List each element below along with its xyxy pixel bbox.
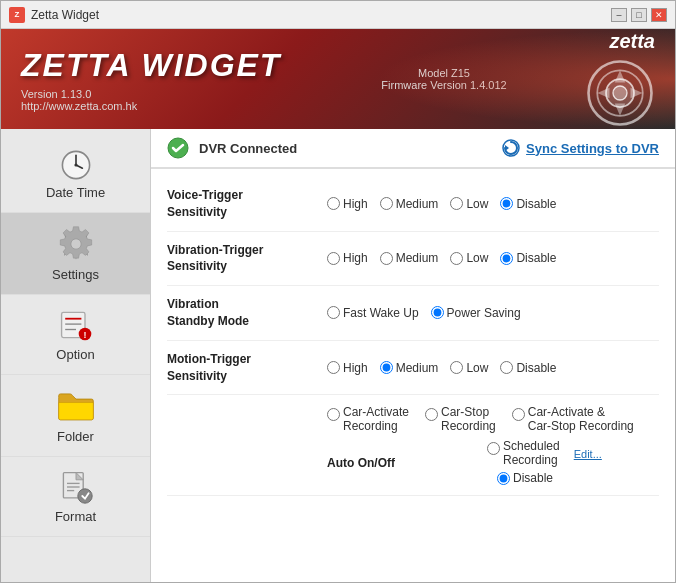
motion-medium-label: Medium — [396, 361, 439, 375]
format-icon — [58, 469, 94, 505]
auto-onoff-section: Car-ActivateRecording Car-StopRecording … — [167, 395, 659, 496]
car-activate-stop-option[interactable]: Car-Activate &Car-Stop Recording — [512, 405, 634, 433]
fast-wake-radio[interactable] — [327, 306, 340, 319]
auto-onoff-top-options: Car-ActivateRecording Car-StopRecording … — [327, 405, 634, 433]
auto-disable-option[interactable]: Disable — [497, 471, 553, 485]
voice-low-label: Low — [466, 197, 488, 211]
banner-left: ZETTA WIDGET Version 1.13.0 http://www.z… — [21, 47, 303, 112]
banner-model: Model Z15 Firmware Version 1.4.012 — [303, 67, 585, 91]
car-stop-option[interactable]: Car-StopRecording — [425, 405, 496, 433]
voice-disable-label: Disable — [516, 197, 556, 211]
vibration-standby-row: VibrationStandby Mode Fast Wake Up Power… — [167, 286, 659, 341]
motion-disable-option[interactable]: Disable — [500, 361, 556, 375]
close-button[interactable]: ✕ — [651, 8, 667, 22]
voice-trigger-row: Voice-TriggerSensitivity High Medium Low… — [167, 177, 659, 232]
auto-onoff-top-row: Car-ActivateRecording Car-StopRecording … — [167, 405, 659, 439]
vib-medium-radio[interactable] — [380, 252, 393, 265]
svg-point-21 — [77, 489, 91, 503]
sidebar-item-option[interactable]: ! Option — [1, 295, 150, 375]
vib-high-radio[interactable] — [327, 252, 340, 265]
sync-button[interactable]: Sync Settings to DVR — [501, 138, 659, 158]
vib-disable-option[interactable]: Disable — [500, 251, 556, 265]
motion-disable-radio[interactable] — [500, 361, 513, 374]
svg-point-7 — [74, 163, 77, 166]
main-window: Z Zetta Widget – □ ✕ ZETTA WIDGET Versio… — [0, 0, 676, 583]
motion-low-option[interactable]: Low — [450, 361, 488, 375]
vibration-trigger-label: Vibration-TriggerSensitivity — [167, 242, 327, 276]
voice-high-option[interactable]: High — [327, 197, 368, 211]
sync-icon — [501, 138, 521, 158]
folder-icon — [57, 387, 95, 425]
url-text: http://www.zetta.com.hk — [21, 100, 303, 112]
fast-wake-option[interactable]: Fast Wake Up — [327, 306, 419, 320]
gear-icon — [57, 225, 95, 263]
car-activate-label: Car-ActivateRecording — [343, 405, 409, 433]
vib-medium-label: Medium — [396, 251, 439, 265]
sidebar-item-settings[interactable]: Settings — [1, 213, 150, 295]
vib-low-option[interactable]: Low — [450, 251, 488, 265]
motion-medium-option[interactable]: Medium — [380, 361, 439, 375]
motion-low-radio[interactable] — [450, 361, 463, 374]
motion-disable-label: Disable — [516, 361, 556, 375]
version-text: Version 1.13.0 — [21, 88, 303, 100]
window-controls: – □ ✕ — [611, 8, 667, 22]
edit-link[interactable]: Edit... — [574, 448, 602, 460]
power-saving-radio[interactable] — [431, 306, 444, 319]
car-stop-radio[interactable] — [425, 408, 438, 421]
minimize-button[interactable]: – — [611, 8, 627, 22]
auto-onoff-bottom-options: ScheduledRecording Edit... Disable — [487, 439, 659, 485]
svg-point-10 — [70, 239, 80, 249]
vibration-standby-options: Fast Wake Up Power Saving — [327, 306, 521, 320]
motion-high-radio[interactable] — [327, 361, 340, 374]
content-panel: DVR Connected Sync Settings to DVR Voice… — [151, 129, 675, 582]
sidebar-item-folder-label: Folder — [57, 429, 94, 444]
car-activate-option[interactable]: Car-ActivateRecording — [327, 405, 409, 433]
scheduled-recording-radio[interactable] — [487, 442, 500, 455]
window-title: Zetta Widget — [31, 8, 611, 22]
vib-high-option[interactable]: High — [327, 251, 368, 265]
motion-high-label: High — [343, 361, 368, 375]
vibration-trigger-options: High Medium Low Disable — [327, 251, 556, 265]
sidebar-item-datetime[interactable]: Date Time — [1, 137, 150, 213]
sidebar-item-format[interactable]: Format — [1, 457, 150, 537]
maximize-button[interactable]: □ — [631, 8, 647, 22]
auto-onoff-bottom-row: Auto On/Off ScheduledRecording Edit... D… — [167, 439, 659, 485]
vib-low-radio[interactable] — [450, 252, 463, 265]
camera-logo-icon — [585, 58, 655, 128]
auto-disable-radio[interactable] — [497, 472, 510, 485]
motion-high-option[interactable]: High — [327, 361, 368, 375]
vibration-standby-label: VibrationStandby Mode — [167, 296, 327, 330]
voice-medium-radio[interactable] — [380, 197, 393, 210]
sidebar-item-folder[interactable]: Folder — [1, 375, 150, 457]
clock-icon — [60, 149, 92, 181]
car-activate-stop-label: Car-Activate &Car-Stop Recording — [528, 405, 634, 433]
svg-point-3 — [613, 86, 627, 100]
sidebar: Date Time Settings — [1, 129, 151, 582]
voice-disable-radio[interactable] — [500, 197, 513, 210]
dvr-connected-text: DVR Connected — [199, 141, 501, 156]
voice-high-radio[interactable] — [327, 197, 340, 210]
vib-low-label: Low — [466, 251, 488, 265]
firmware-text: Firmware Version 1.4.012 — [303, 79, 585, 91]
voice-trigger-options: High Medium Low Disable — [327, 197, 556, 211]
main-area: Date Time Settings — [1, 129, 675, 582]
vib-medium-option[interactable]: Medium — [380, 251, 439, 265]
vib-disable-radio[interactable] — [500, 252, 513, 265]
car-activate-radio[interactable] — [327, 408, 340, 421]
voice-medium-option[interactable]: Medium — [380, 197, 439, 211]
titlebar: Z Zetta Widget – □ ✕ — [1, 1, 675, 29]
scheduled-recording-option[interactable]: ScheduledRecording — [487, 439, 560, 467]
voice-medium-label: Medium — [396, 197, 439, 211]
voice-low-option[interactable]: Low — [450, 197, 488, 211]
banner-right: zetta — [585, 29, 655, 129]
option-icon: ! — [58, 307, 94, 343]
sidebar-item-format-label: Format — [55, 509, 96, 524]
voice-disable-option[interactable]: Disable — [500, 197, 556, 211]
motion-medium-radio[interactable] — [380, 361, 393, 374]
dvr-status-bar: DVR Connected Sync Settings to DVR — [151, 129, 675, 169]
voice-low-radio[interactable] — [450, 197, 463, 210]
car-activate-stop-radio[interactable] — [512, 408, 525, 421]
sidebar-item-option-label: Option — [56, 347, 94, 362]
power-saving-option[interactable]: Power Saving — [431, 306, 521, 320]
dvr-connected-icon — [167, 137, 189, 159]
